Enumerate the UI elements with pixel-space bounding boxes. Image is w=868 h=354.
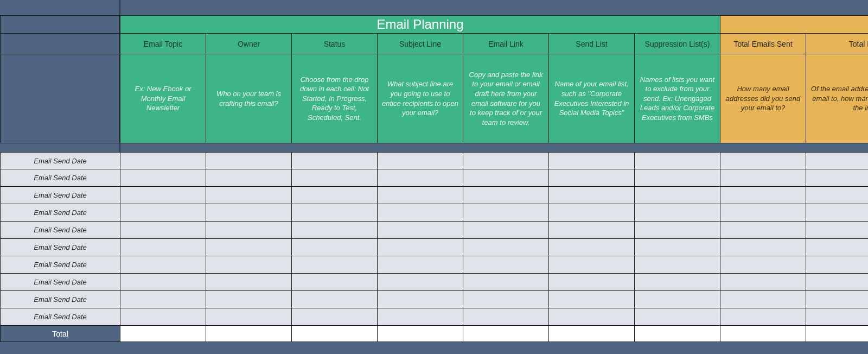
cell-link[interactable] bbox=[463, 222, 549, 239]
cell-topic[interactable] bbox=[120, 169, 206, 187]
cell-topic[interactable] bbox=[120, 274, 206, 291]
cell-subject[interactable] bbox=[378, 239, 463, 256]
cell-delivered[interactable] bbox=[806, 239, 868, 256]
cell-status[interactable] bbox=[292, 239, 378, 256]
cell-sent[interactable] bbox=[720, 169, 806, 187]
cell-topic[interactable] bbox=[120, 239, 206, 256]
cell-status[interactable] bbox=[292, 204, 378, 222]
cell-sendlist[interactable] bbox=[549, 169, 635, 187]
cell-status[interactable] bbox=[292, 152, 378, 169]
cell-delivered[interactable] bbox=[806, 256, 868, 274]
cell-sent[interactable] bbox=[720, 204, 806, 222]
cell-topic[interactable] bbox=[120, 152, 206, 169]
row-date-label[interactable]: Email Send Date bbox=[0, 291, 120, 308]
cell-topic[interactable] bbox=[120, 291, 206, 308]
row-date-label[interactable]: Email Send Date bbox=[0, 152, 120, 169]
cell-subject[interactable] bbox=[378, 274, 463, 291]
cell-suppression[interactable] bbox=[635, 291, 720, 308]
col-head-topic[interactable]: Email Topic bbox=[120, 34, 206, 54]
cell-delivered[interactable] bbox=[806, 169, 868, 187]
cell-topic[interactable] bbox=[120, 222, 206, 239]
cell-suppression[interactable] bbox=[635, 308, 720, 326]
col-head-status[interactable]: Status bbox=[292, 34, 378, 54]
row-date-label[interactable]: Email Send Date bbox=[0, 308, 120, 326]
cell-sendlist[interactable] bbox=[549, 187, 635, 204]
col-head-suppression[interactable]: Suppression List(s) bbox=[635, 34, 720, 54]
cell-sendlist[interactable] bbox=[549, 152, 635, 169]
cell-subject[interactable] bbox=[378, 204, 463, 222]
col-head-sent[interactable]: Total Emails Sent bbox=[720, 34, 806, 54]
cell-delivered[interactable] bbox=[806, 152, 868, 169]
cell-sent[interactable] bbox=[720, 239, 806, 256]
col-head-delivered[interactable]: Total Emails bbox=[806, 34, 868, 54]
row-date-label[interactable]: Email Send Date bbox=[0, 169, 120, 187]
cell-topic[interactable] bbox=[120, 204, 206, 222]
cell-status[interactable] bbox=[292, 222, 378, 239]
cell-subject[interactable] bbox=[378, 187, 463, 204]
cell-sendlist[interactable] bbox=[549, 256, 635, 274]
cell-topic[interactable] bbox=[120, 256, 206, 274]
row-date-label[interactable]: Email Send Date bbox=[0, 256, 120, 274]
cell-suppression[interactable] bbox=[635, 169, 720, 187]
cell-owner[interactable] bbox=[206, 152, 292, 169]
row-date-label[interactable]: Email Send Date bbox=[0, 222, 120, 239]
cell-sent[interactable] bbox=[720, 274, 806, 291]
cell-sent[interactable] bbox=[720, 187, 806, 204]
cell-owner[interactable] bbox=[206, 239, 292, 256]
cell-subject[interactable] bbox=[378, 222, 463, 239]
cell-link[interactable] bbox=[463, 169, 549, 187]
cell-topic[interactable] bbox=[120, 187, 206, 204]
cell-sendlist[interactable] bbox=[549, 308, 635, 326]
col-head-link[interactable]: Email Link bbox=[463, 34, 549, 54]
cell-delivered[interactable] bbox=[806, 274, 868, 291]
cell-link[interactable] bbox=[463, 239, 549, 256]
cell-link[interactable] bbox=[463, 152, 549, 169]
cell-link[interactable] bbox=[463, 291, 549, 308]
cell-owner[interactable] bbox=[206, 256, 292, 274]
cell-delivered[interactable] bbox=[806, 222, 868, 239]
cell-link[interactable] bbox=[463, 274, 549, 291]
cell-status[interactable] bbox=[292, 169, 378, 187]
col-head-subject[interactable]: Subject Line bbox=[378, 34, 463, 54]
cell-status[interactable] bbox=[292, 187, 378, 204]
cell-sent[interactable] bbox=[720, 256, 806, 274]
cell-topic[interactable] bbox=[120, 308, 206, 326]
cell-status[interactable] bbox=[292, 274, 378, 291]
cell-subject[interactable] bbox=[378, 256, 463, 274]
cell-subject[interactable] bbox=[378, 169, 463, 187]
cell-link[interactable] bbox=[463, 256, 549, 274]
cell-delivered[interactable] bbox=[806, 291, 868, 308]
cell-status[interactable] bbox=[292, 291, 378, 308]
cell-delivered[interactable] bbox=[806, 187, 868, 204]
cell-suppression[interactable] bbox=[635, 187, 720, 204]
cell-sendlist[interactable] bbox=[549, 291, 635, 308]
cell-link[interactable] bbox=[463, 204, 549, 222]
cell-suppression[interactable] bbox=[635, 152, 720, 169]
cell-owner[interactable] bbox=[206, 274, 292, 291]
cell-owner[interactable] bbox=[206, 222, 292, 239]
row-date-label[interactable]: Email Send Date bbox=[0, 187, 120, 204]
cell-suppression[interactable] bbox=[635, 256, 720, 274]
cell-sent[interactable] bbox=[720, 291, 806, 308]
row-date-label[interactable]: Email Send Date bbox=[0, 239, 120, 256]
cell-delivered[interactable] bbox=[806, 204, 868, 222]
cell-owner[interactable] bbox=[206, 291, 292, 308]
cell-subject[interactable] bbox=[378, 291, 463, 308]
cell-sendlist[interactable] bbox=[549, 222, 635, 239]
cell-suppression[interactable] bbox=[635, 274, 720, 291]
cell-status[interactable] bbox=[292, 256, 378, 274]
cell-sent[interactable] bbox=[720, 308, 806, 326]
cell-owner[interactable] bbox=[206, 169, 292, 187]
col-head-owner[interactable]: Owner bbox=[206, 34, 292, 54]
cell-sendlist[interactable] bbox=[549, 274, 635, 291]
cell-link[interactable] bbox=[463, 308, 549, 326]
cell-owner[interactable] bbox=[206, 204, 292, 222]
row-date-label[interactable]: Email Send Date bbox=[0, 274, 120, 291]
cell-sent[interactable] bbox=[720, 152, 806, 169]
cell-suppression[interactable] bbox=[635, 204, 720, 222]
cell-sendlist[interactable] bbox=[549, 204, 635, 222]
cell-owner[interactable] bbox=[206, 187, 292, 204]
cell-owner[interactable] bbox=[206, 308, 292, 326]
cell-suppression[interactable] bbox=[635, 222, 720, 239]
cell-sent[interactable] bbox=[720, 222, 806, 239]
